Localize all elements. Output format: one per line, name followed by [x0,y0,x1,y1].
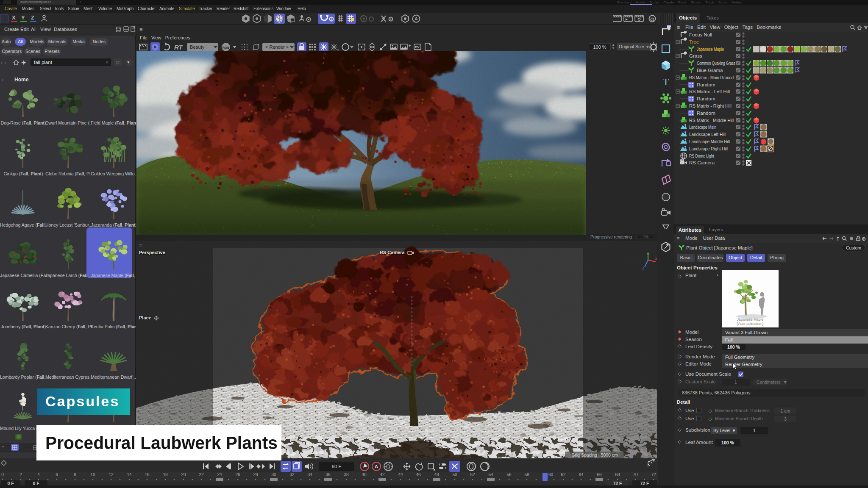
svg-text:T: T [663,76,669,87]
svg-text:56: 56 [506,472,512,477]
svg-text:40: 40 [362,472,367,477]
svg-text:(Acer palmatum): (Acer palmatum) [737,322,764,326]
svg-text:Z: Z [642,266,645,269]
svg-text:30: 30 [271,472,276,477]
svg-text:48: 48 [434,472,439,477]
svg-text:16: 16 [145,472,150,477]
svg-text:70: 70 [633,472,638,477]
svg-text:10: 10 [90,472,95,477]
svg-text:< Render >: < Render > [265,44,289,50]
svg-text:Landscape Right Hill: Landscape Right Hill [689,146,728,151]
svg-text:44: 44 [398,472,403,477]
svg-text:18: 18 [163,472,168,477]
svg-text:Y: Y [647,252,649,257]
svg-text:68: 68 [615,472,620,477]
svg-text:Random: Random [697,111,715,116]
svg-text:46: 46 [416,472,421,477]
svg-text:72: 72 [651,472,656,477]
svg-text:28: 28 [253,472,258,477]
svg-text:58: 58 [524,472,529,477]
svg-text:PV: PV [415,45,420,49]
svg-text:Tree: Tree [689,39,699,44]
svg-text:Landscape Left Hill: Landscape Left Hill [689,132,726,137]
svg-text:Grass: Grass [689,53,702,58]
svg-text:24: 24 [217,472,222,477]
svg-text:Japanese Maple: Japanese Maple [737,317,764,322]
svg-text:Random: Random [697,96,715,101]
svg-text:RGB: RGB [223,46,230,50]
svg-text:54: 54 [488,472,493,477]
svg-text:Landscape Middle Hill: Landscape Middle Hill [689,139,730,144]
svg-text:60 F: 60 F [331,464,341,469]
svg-text:36: 36 [326,472,331,477]
svg-text:64: 64 [579,472,584,477]
svg-text:62: 62 [561,472,566,477]
svg-text:RT: RT [174,44,184,51]
svg-text:38: 38 [344,472,349,477]
svg-text:4: 4 [37,472,40,477]
svg-text:0: 0 [1,472,4,477]
svg-text:RS Matrix - Right Hill: RS Matrix - Right Hill [689,103,732,108]
svg-text:Landscape Main: Landscape Main [689,125,716,130]
svg-text:RS Dome Light: RS Dome Light [689,153,715,158]
svg-text:6: 6 [56,472,58,477]
svg-text:14: 14 [127,472,132,477]
svg-text:66: 66 [597,472,602,477]
svg-text:12: 12 [108,472,114,477]
svg-text:RS Matrix - Left Hill: RS Matrix - Left Hill [689,89,730,94]
svg-text:RS Camera: RS Camera [689,160,715,165]
svg-text:RS Matrix - Middle Hill: RS Matrix - Middle Hill [689,118,734,123]
svg-text:Focus Null: Focus Null [689,32,712,37]
svg-text:34: 34 [307,472,312,477]
svg-text:26: 26 [235,472,240,477]
svg-text:Japanese Maple: Japanese Maple [697,47,724,52]
svg-text:Beauty: Beauty [190,44,205,50]
svg-text:Blue Grama: Blue Grama [697,68,723,73]
svg-text:A: A [375,464,378,469]
svg-text:52: 52 [470,472,475,477]
svg-text:22: 22 [199,472,204,477]
svg-text:A: A [415,17,417,21]
svg-text:Common Quaking Grass: Common Quaking Grass [697,61,735,66]
svg-text:RS Matrix - Main Ground: RS Matrix - Main Ground [689,75,734,80]
svg-text:2: 2 [19,472,22,477]
svg-text:Random: Random [697,82,715,87]
svg-text:50: 50 [452,472,457,477]
svg-text:20: 20 [181,472,186,477]
svg-text:42: 42 [380,472,385,477]
svg-text:8: 8 [74,472,76,477]
svg-text:60: 60 [548,472,554,477]
svg-text:32: 32 [289,472,295,477]
